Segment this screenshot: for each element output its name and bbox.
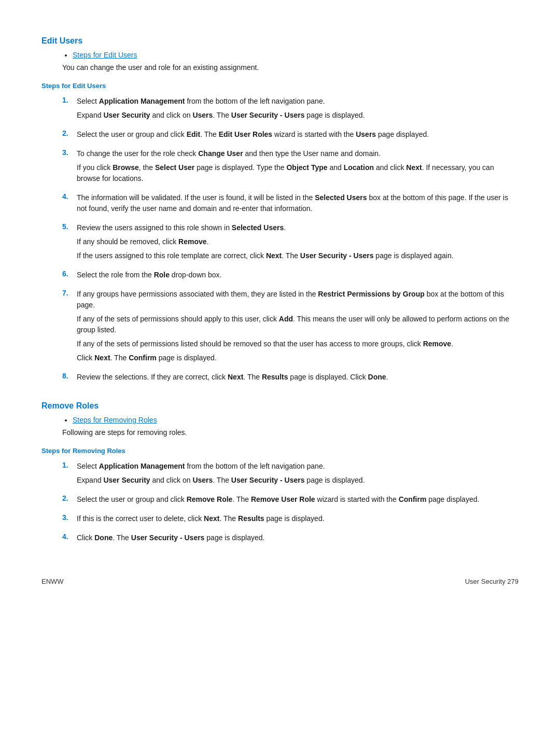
rr-step-content-4: Click Done. The User Security - Users pa… xyxy=(77,532,519,546)
step-content-3: To change the user for the role check Ch… xyxy=(77,148,519,187)
step-num-6: 6. xyxy=(62,270,77,284)
footer-left: ENWW xyxy=(41,578,64,585)
rr-step-content-1: Select Application Management from the b… xyxy=(77,461,519,489)
remove-roles-section: Remove Roles Steps for Removing Roles Fo… xyxy=(41,401,519,546)
step-num-2: 2. xyxy=(62,129,77,143)
page-footer: ENWW User Security 279 xyxy=(41,578,519,585)
step-content-4: The information will be validated. If th… xyxy=(77,192,519,217)
step-content-5: Review the users assigned to this role s… xyxy=(77,222,519,264)
step-num-3: 3. xyxy=(62,148,77,187)
rr-step-num-4: 4. xyxy=(62,532,77,546)
step-content-6: Select the role from the Role drop-down … xyxy=(77,270,519,284)
edit-users-step-6: 6. Select the role from the Role drop-do… xyxy=(62,270,519,284)
edit-users-subsection-title: Steps for Edit Users xyxy=(41,82,519,90)
edit-users-toc-link[interactable]: Steps for Edit Users xyxy=(73,51,137,59)
edit-users-step-4: 4. The information will be validated. If… xyxy=(62,192,519,217)
edit-users-step-2: 2. Select the user or group and click Ed… xyxy=(62,129,519,143)
step-num-4: 4. xyxy=(62,192,77,217)
step-content-2: Select the user or group and click Edit.… xyxy=(77,129,519,143)
edit-users-step-5: 5. Review the users assigned to this rol… xyxy=(62,222,519,264)
edit-users-intro: You can change the user and role for an … xyxy=(62,63,519,72)
rr-step-num-2: 2. xyxy=(62,494,77,508)
edit-users-steps-list: 1. Select Application Management from th… xyxy=(62,96,519,386)
step-num-1: 1. xyxy=(62,96,77,124)
remove-roles-title: Remove Roles xyxy=(41,401,519,411)
edit-users-title: Edit Users xyxy=(41,36,519,46)
remove-roles-subsection-title: Steps for Removing Roles xyxy=(41,447,519,455)
step-content-8: Review the selections. If they are corre… xyxy=(77,372,519,386)
step-content-1: Select Application Management from the b… xyxy=(77,96,519,124)
rr-step-num-3: 3. xyxy=(62,513,77,527)
footer-right: User Security 279 xyxy=(465,578,519,585)
remove-roles-intro: Following are steps for removing roles. xyxy=(62,428,519,437)
step-num-8: 8. xyxy=(62,372,77,386)
remove-roles-toc: Steps for Removing Roles xyxy=(73,416,519,424)
edit-users-step-3: 3. To change the user for the role check… xyxy=(62,148,519,187)
remove-roles-steps-list: 1. Select Application Management from th… xyxy=(62,461,519,546)
edit-users-toc: Steps for Edit Users xyxy=(73,51,519,59)
remove-roles-step-1: 1. Select Application Management from th… xyxy=(62,461,519,489)
remove-roles-toc-link[interactable]: Steps for Removing Roles xyxy=(73,416,157,424)
rr-step-content-3: If this is the correct user to delete, c… xyxy=(77,513,519,527)
rr-step-num-1: 1. xyxy=(62,461,77,489)
step-num-7: 7. xyxy=(62,289,77,367)
edit-users-step-7: 7. If any groups have permissions associ… xyxy=(62,289,519,367)
step-num-5: 5. xyxy=(62,222,77,264)
edit-users-section: Edit Users Steps for Edit Users You can … xyxy=(41,36,519,386)
edit-users-step-8: 8. Review the selections. If they are co… xyxy=(62,372,519,386)
remove-roles-step-4: 4. Click Done. The User Security - Users… xyxy=(62,532,519,546)
edit-users-step-1: 1. Select Application Management from th… xyxy=(62,96,519,124)
remove-roles-step-3: 3. If this is the correct user to delete… xyxy=(62,513,519,527)
step-content-7: If any groups have permissions associate… xyxy=(77,289,519,367)
remove-roles-step-2: 2. Select the user or group and click Re… xyxy=(62,494,519,508)
rr-step-content-2: Select the user or group and click Remov… xyxy=(77,494,519,508)
